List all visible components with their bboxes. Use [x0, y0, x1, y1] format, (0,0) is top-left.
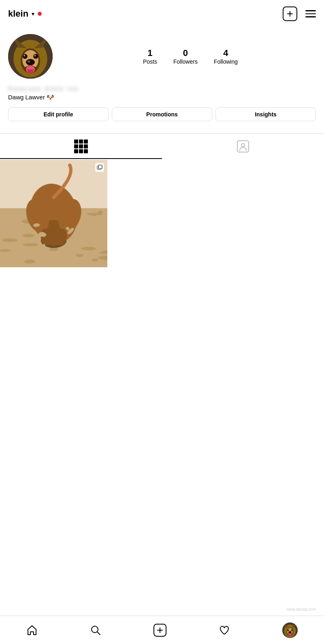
- edit-profile-button[interactable]: Edit profile: [8, 107, 109, 121]
- insights-button[interactable]: Insights: [215, 107, 316, 121]
- avatar[interactable]: [8, 34, 53, 79]
- chevron-down-icon[interactable]: ▾: [32, 11, 34, 17]
- posts-label: Posts: [143, 58, 157, 65]
- profile-section: 1 Posts 0 Followers 4 Following Peterson…: [0, 28, 324, 133]
- posts-count: 1: [147, 48, 152, 58]
- following-stat[interactable]: 4 Following: [214, 48, 238, 65]
- header-left: klein ▾: [8, 9, 42, 19]
- username-label: klein: [8, 9, 28, 19]
- following-label: Following: [214, 58, 238, 65]
- nav-profile-avatar: [282, 623, 298, 638]
- stats-container: 1 Posts 0 Followers 4 Following: [65, 48, 316, 65]
- profile-top: 1 Posts 0 Followers 4 Following: [8, 34, 316, 79]
- tab-tagged[interactable]: [162, 134, 324, 159]
- header-right: [283, 6, 316, 21]
- nav-search[interactable]: [87, 621, 104, 639]
- nav-profile[interactable]: [279, 619, 301, 641]
- svg-point-7: [92, 626, 98, 633]
- profile-bio: Dawg Lawver 🐶: [8, 94, 316, 101]
- tab-grid[interactable]: [0, 134, 162, 159]
- post-item[interactable]: [0, 160, 107, 267]
- profile-name-blurred: Peterson Klein Inc: [8, 85, 316, 92]
- followers-label: Followers: [173, 58, 198, 65]
- post-image: [0, 160, 107, 267]
- new-post-icon: [153, 624, 166, 637]
- following-count: 4: [223, 48, 228, 58]
- notification-dot: [38, 12, 42, 16]
- svg-point-3: [241, 144, 245, 147]
- app-header: klein ▾: [0, 0, 324, 28]
- add-post-button[interactable]: [283, 6, 297, 21]
- action-buttons: Edit profile Promotions Insights: [8, 107, 316, 121]
- search-icon: [90, 625, 101, 636]
- heart-icon: [219, 625, 230, 636]
- nav-activity[interactable]: [215, 621, 233, 639]
- tabs-container: [0, 133, 324, 159]
- watermark: www.deusq.com: [286, 607, 316, 612]
- grid-icon: [74, 140, 88, 153]
- followers-count: 0: [183, 48, 188, 58]
- menu-button[interactable]: [305, 10, 316, 17]
- posts-grid: [0, 159, 324, 268]
- nav-new-post[interactable]: [150, 620, 170, 640]
- person-tag-icon: [237, 140, 249, 153]
- posts-stat[interactable]: 1 Posts: [143, 48, 157, 65]
- followers-stat[interactable]: 0 Followers: [173, 48, 198, 65]
- multi-photo-icon: [95, 163, 104, 172]
- bottom-navigation: [0, 616, 324, 644]
- promotions-button[interactable]: Promotions: [112, 107, 212, 121]
- svg-line-8: [97, 632, 100, 635]
- home-icon: [26, 625, 38, 636]
- svg-rect-5: [98, 165, 102, 169]
- nav-home[interactable]: [23, 621, 41, 639]
